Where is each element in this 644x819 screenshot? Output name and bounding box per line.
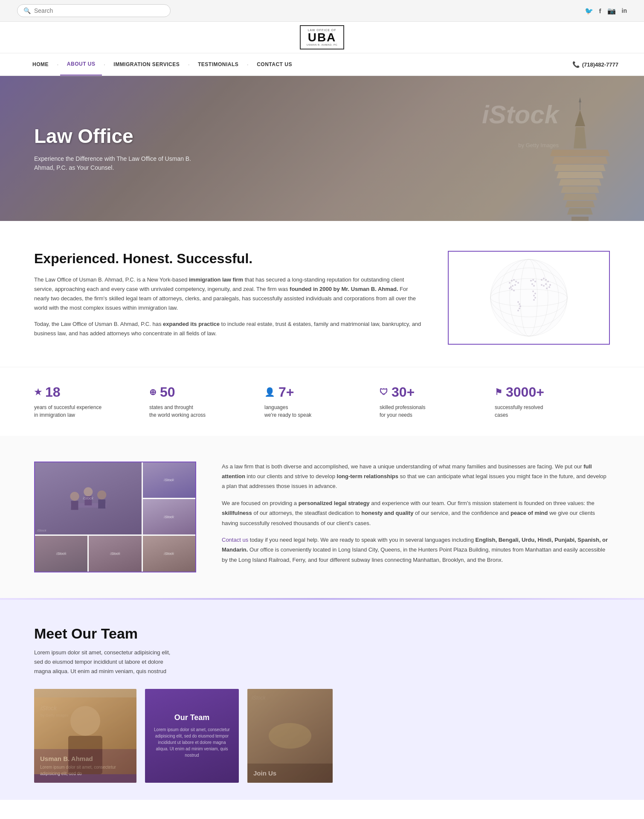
people-icon: 👤 <box>264 387 275 397</box>
svg-point-23 <box>511 280 513 282</box>
svg-marker-6 <box>557 172 603 178</box>
nav-item-about[interactable]: ABOUT US <box>60 53 102 76</box>
top-bar: 🔍 🐦 f 📷 in <box>0 0 644 22</box>
search-icon: 🔍 <box>23 7 31 14</box>
svg-point-53 <box>543 285 545 287</box>
twitter-icon[interactable]: 🐦 <box>585 7 593 15</box>
flag-icon: ⚑ <box>495 387 502 397</box>
team-card-join[interactable]: iStock Join Us <box>247 689 333 783</box>
globe-icon: ⊕ <box>149 387 157 397</box>
stats-bar: ★ 18 years of succesful experience in im… <box>0 367 644 436</box>
search-box[interactable]: 🔍 <box>17 4 171 17</box>
svg-point-35 <box>519 305 521 307</box>
nav-link-home[interactable]: HOME <box>26 54 55 75</box>
svg-marker-8 <box>552 157 608 164</box>
svg-point-33 <box>517 301 519 303</box>
meet-team-title: Meet Our Team <box>34 625 610 642</box>
istock-sub: by Getty Images <box>518 142 559 148</box>
svg-marker-10 <box>574 127 586 148</box>
contact-link[interactable]: Contact us <box>222 537 248 543</box>
about-image-2: iStock <box>143 462 195 498</box>
svg-point-37 <box>517 310 519 311</box>
svg-point-51 <box>547 281 549 282</box>
svg-point-34 <box>519 303 520 305</box>
svg-marker-4 <box>561 186 599 193</box>
svg-point-49 <box>543 278 545 279</box>
svg-point-56 <box>548 286 550 288</box>
nav-link-immigration[interactable]: IMMIGRATION SERVICES <box>107 54 186 75</box>
svg-marker-1 <box>567 208 593 215</box>
about-image-6: iStock <box>143 536 195 571</box>
svg-marker-9 <box>550 150 610 156</box>
stat-years: ★ 18 years of succesful experience in im… <box>34 384 149 419</box>
stat-states-label: states and throught the world working ac… <box>149 404 264 419</box>
svg-point-38 <box>530 280 532 282</box>
svg-marker-7 <box>554 165 606 171</box>
svg-point-50 <box>545 279 547 281</box>
experienced-para2: Today, the Law Office of Usman B. Ahmad,… <box>34 319 422 338</box>
stat-states-number: ⊕ 50 <box>149 384 264 400</box>
experienced-para1: The Law Office of Usman B. Ahmad, P.C. i… <box>34 275 422 313</box>
hero-title: Law Office <box>34 125 196 148</box>
experienced-title: Experienced. Honest. Successful. <box>34 251 422 267</box>
stat-languages-label: languages we're ready to speak <box>264 404 380 419</box>
svg-marker-5 <box>559 179 601 186</box>
linkedin-icon[interactable]: in <box>622 7 627 14</box>
social-icons: 🐦 f 📷 in <box>585 7 627 15</box>
svg-point-36 <box>519 308 520 309</box>
about-image-3: iStock <box>143 499 195 534</box>
instagram-icon[interactable]: 📷 <box>607 7 616 15</box>
svg-point-55 <box>549 284 551 286</box>
nav-item-contact[interactable]: CONTACT US <box>250 54 299 75</box>
nav-link-about[interactable]: ABOUT US <box>60 53 102 76</box>
svg-point-32 <box>513 290 515 291</box>
nav-item-testimonials[interactable]: TESTIMONIALS <box>191 54 245 75</box>
our-team-title: Our Team <box>174 713 210 722</box>
svg-point-27 <box>514 284 516 286</box>
svg-marker-13 <box>579 97 581 102</box>
svg-point-48 <box>541 279 542 281</box>
nav-item-home[interactable]: HOME <box>26 54 55 75</box>
stat-languages: 👤 7+ languages we're ready to speak <box>264 384 380 419</box>
about-image-large: iStock <box>35 462 142 535</box>
about-image-5: iStock <box>89 536 141 571</box>
svg-point-31 <box>511 288 513 290</box>
meet-team-section: Meet Our Team Lorem ipsum dolor sit amet… <box>0 600 644 800</box>
svg-marker-11 <box>575 110 585 126</box>
nav-link-contact[interactable]: CONTACT US <box>250 54 299 75</box>
svg-point-47 <box>533 299 535 301</box>
hero-content: Law Office Experience the Difference wit… <box>0 107 230 189</box>
nav-item-immigration[interactable]: IMMIGRATION SERVICES <box>107 54 186 75</box>
our-team-desc: Lorem ipsum dolor sit amet, consectetur … <box>145 726 239 758</box>
svg-rect-60 <box>71 501 78 510</box>
team-card-usman[interactable]: iStock by Getty Images Usman B. Ahmad Lo… <box>34 689 136 783</box>
nav-link-testimonials[interactable]: TESTIMONIALS <box>191 54 245 75</box>
svg-point-66 <box>70 706 100 736</box>
hero-section: iStock by Getty Images Law Office Experi… <box>0 76 644 221</box>
svg-point-29 <box>510 286 512 288</box>
about-para3: Contact us today if you need legal help.… <box>222 535 610 565</box>
svg-point-52 <box>545 283 547 285</box>
stat-states: ⊕ 50 states and throught the world worki… <box>149 384 264 419</box>
office-people-svg <box>35 462 142 535</box>
about-images: iStock iStock iStock iStock iStock iStoc… <box>34 462 196 572</box>
facebook-icon[interactable]: f <box>599 7 601 15</box>
svg-text:iStock: iStock <box>41 705 57 712</box>
stat-cases-label: successfully resolved cases <box>495 404 610 419</box>
svg-point-40 <box>534 281 536 282</box>
team-card-our-team[interactable]: Our Team Lorem ipsum dolor sit amet, con… <box>145 689 239 783</box>
stat-cases-number: ⚑ 3000+ <box>495 384 610 400</box>
shield-icon: 🛡 <box>380 387 388 397</box>
svg-point-57 <box>546 288 548 289</box>
stat-years-number: ★ 18 <box>34 384 149 400</box>
stat-cases: ⚑ 3000+ successfully resolved cases <box>495 384 610 419</box>
nav-dot-2: • <box>102 63 107 67</box>
search-input[interactable] <box>34 7 164 14</box>
svg-point-71 <box>269 723 311 749</box>
logo-bar: LAW OFFICE OF UBA USMAN B. AHMAD, PC <box>0 22 644 53</box>
svg-marker-3 <box>563 194 597 200</box>
phone-nav[interactable]: 📞 (718)482-7777 <box>572 61 618 68</box>
experienced-section: Experienced. Honest. Successful. The Law… <box>0 221 644 367</box>
meet-team-header: Meet Our Team Lorem ipsum dolor sit amet… <box>34 625 610 676</box>
logo[interactable]: LAW OFFICE OF UBA USMAN B. AHMAD, PC <box>300 25 345 49</box>
